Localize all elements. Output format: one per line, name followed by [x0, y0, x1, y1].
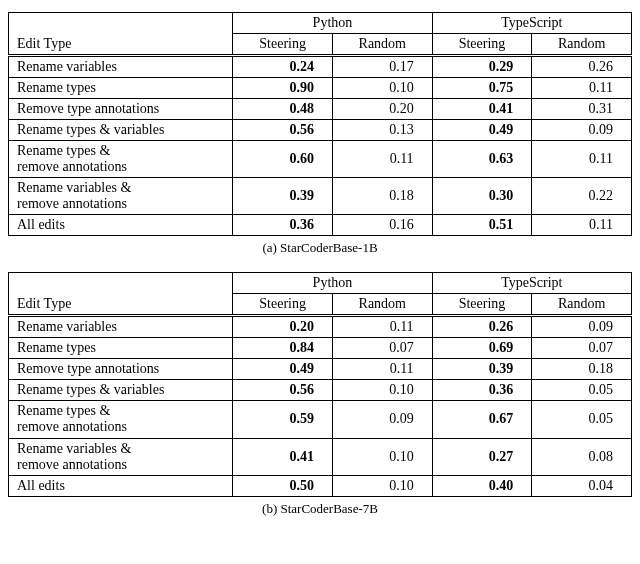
cell-value: 0.07	[332, 338, 432, 359]
table-a: Python TypeScript Edit Type Steering Ran…	[8, 12, 632, 236]
cell-value: 0.36	[233, 215, 333, 236]
table-row: Rename variables & remove annotations 0.…	[9, 438, 632, 475]
cell-label-line: remove annotations	[17, 419, 127, 434]
cell-value: 0.10	[332, 475, 432, 496]
table-row: All edits 0.36 0.16 0.51 0.11	[9, 215, 632, 236]
cell-value: 0.40	[432, 475, 532, 496]
cell-value: 0.11	[532, 215, 632, 236]
header-random: Random	[532, 34, 632, 56]
cell-value: 0.49	[432, 120, 532, 141]
cell-value: 0.09	[532, 120, 632, 141]
cell-value: 0.36	[432, 380, 532, 401]
cell-value: 0.84	[233, 338, 333, 359]
caption-b: (b) StarCoderBase-7B	[8, 501, 632, 517]
cell-value: 0.08	[532, 438, 632, 475]
table-row: Python TypeScript	[9, 13, 632, 34]
cell-value: 0.50	[233, 475, 333, 496]
cell-value: 0.10	[332, 380, 432, 401]
cell-label: Remove type annotations	[9, 359, 233, 380]
cell-label: Rename types	[9, 78, 233, 99]
table-row: Rename types & variables 0.56 0.10 0.36 …	[9, 380, 632, 401]
table-row: Rename types & remove annotations 0.60 0…	[9, 141, 632, 178]
cell-label: Rename types & remove annotations	[9, 401, 233, 438]
cell-label: Rename types & remove annotations	[9, 141, 233, 178]
cell-label-line: Rename variables &	[17, 180, 131, 195]
cell-value: 0.56	[233, 380, 333, 401]
cell-value: 0.09	[532, 316, 632, 338]
cell-value: 0.11	[332, 141, 432, 178]
table-row: Remove type annotations 0.49 0.11 0.39 0…	[9, 359, 632, 380]
cell-value: 0.24	[233, 56, 333, 78]
header-steering: Steering	[432, 34, 532, 56]
cell-value: 0.10	[332, 438, 432, 475]
header-typescript: TypeScript	[432, 273, 631, 294]
cell-value: 0.90	[233, 78, 333, 99]
cell-label: Rename types & variables	[9, 380, 233, 401]
header-python: Python	[233, 273, 432, 294]
cell-value: 0.18	[332, 178, 432, 215]
cell-value: 0.30	[432, 178, 532, 215]
header-python: Python	[233, 13, 432, 34]
header-random: Random	[332, 34, 432, 56]
cell-label-line: Rename types &	[17, 143, 110, 158]
table-row: Python TypeScript	[9, 273, 632, 294]
cell-label: Rename variables	[9, 56, 233, 78]
cell-label: All edits	[9, 475, 233, 496]
cell-label-line: remove annotations	[17, 457, 127, 472]
table-row: All edits 0.50 0.10 0.40 0.04	[9, 475, 632, 496]
header-steering: Steering	[233, 294, 333, 316]
table-row: Remove type annotations 0.48 0.20 0.41 0…	[9, 99, 632, 120]
cell-value: 0.39	[432, 359, 532, 380]
table-row: Rename variables & remove annotations 0.…	[9, 178, 632, 215]
cell-value: 0.11	[532, 78, 632, 99]
cell-value: 0.51	[432, 215, 532, 236]
cell-value: 0.16	[332, 215, 432, 236]
cell-value: 0.75	[432, 78, 532, 99]
cell-value: 0.11	[332, 359, 432, 380]
table-b: Python TypeScript Edit Type Steering Ran…	[8, 272, 632, 496]
cell-value: 0.27	[432, 438, 532, 475]
header-random: Random	[332, 294, 432, 316]
cell-label: Rename types	[9, 338, 233, 359]
table-row: Rename types & remove annotations 0.59 0…	[9, 401, 632, 438]
cell-label-line: Rename variables &	[17, 441, 131, 456]
cell-label: Rename types & variables	[9, 120, 233, 141]
cell-value: 0.04	[532, 475, 632, 496]
cell-label: Remove type annotations	[9, 99, 233, 120]
table-row: Rename types & variables 0.56 0.13 0.49 …	[9, 120, 632, 141]
caption-a: (a) StarCoderBase-1B	[8, 240, 632, 256]
cell-value: 0.41	[233, 438, 333, 475]
header-typescript: TypeScript	[432, 13, 631, 34]
cell-label-line: remove annotations	[17, 196, 127, 211]
cell-value: 0.67	[432, 401, 532, 438]
cell-value: 0.41	[432, 99, 532, 120]
cell-label: All edits	[9, 215, 233, 236]
table-row: Rename variables 0.24 0.17 0.29 0.26	[9, 56, 632, 78]
cell-value: 0.29	[432, 56, 532, 78]
table-row: Rename variables 0.20 0.11 0.26 0.09	[9, 316, 632, 338]
cell-value: 0.59	[233, 401, 333, 438]
cell-value: 0.09	[332, 401, 432, 438]
cell-value: 0.20	[233, 316, 333, 338]
cell-value: 0.20	[332, 99, 432, 120]
cell-value: 0.26	[432, 316, 532, 338]
cell-value: 0.22	[532, 178, 632, 215]
cell-value: 0.69	[432, 338, 532, 359]
cell-value: 0.05	[532, 401, 632, 438]
cell-label: Rename variables & remove annotations	[9, 178, 233, 215]
cell-value: 0.18	[532, 359, 632, 380]
header-edit-type: Edit Type	[9, 294, 233, 316]
cell-label-line: Rename types &	[17, 403, 110, 418]
cell-value: 0.31	[532, 99, 632, 120]
cell-label: Rename variables & remove annotations	[9, 438, 233, 475]
cell-label: Rename variables	[9, 316, 233, 338]
cell-value: 0.10	[332, 78, 432, 99]
cell-value: 0.49	[233, 359, 333, 380]
cell-value: 0.63	[432, 141, 532, 178]
cell-value: 0.05	[532, 380, 632, 401]
header-steering: Steering	[233, 34, 333, 56]
header-random: Random	[532, 294, 632, 316]
table-row: Edit Type Steering Random Steering Rando…	[9, 294, 632, 316]
table-row: Edit Type Steering Random Steering Rando…	[9, 34, 632, 56]
cell-value: 0.39	[233, 178, 333, 215]
